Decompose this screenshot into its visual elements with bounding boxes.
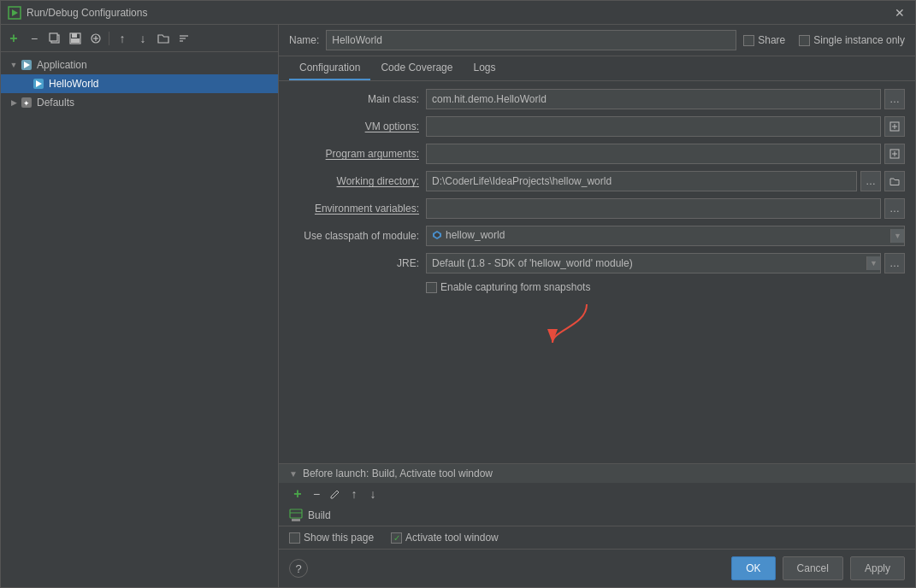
classpath-value: hellow_world xyxy=(446,229,505,241)
copy-config-button[interactable] xyxy=(45,29,64,48)
footer-right: OK Cancel Apply xyxy=(731,556,905,580)
single-instance-label: Single instance only xyxy=(813,34,905,46)
vm-options-input-wrap xyxy=(426,116,905,137)
launch-add-button[interactable]: + xyxy=(289,485,306,503)
single-instance-checkbox-label[interactable]: Single instance only xyxy=(799,34,905,46)
jre-browse-button[interactable]: … xyxy=(884,253,905,273)
name-row: Name: Share Single instance only xyxy=(279,25,915,56)
share-checkbox-label[interactable]: Share xyxy=(743,34,785,46)
launch-up-button[interactable]: ↑ xyxy=(346,485,363,503)
footer-left: ? xyxy=(289,559,308,578)
title-bar: Run/Debug Configurations ✕ xyxy=(1,1,915,25)
program-args-row: Program arguments: xyxy=(289,143,905,165)
svg-rect-6 xyxy=(71,38,80,43)
move-down-button[interactable]: ↓ xyxy=(133,29,152,48)
sort-button[interactable] xyxy=(174,29,193,48)
name-input[interactable] xyxy=(326,30,736,50)
working-dir-row: Working directory: … xyxy=(289,170,905,192)
show-page-checkbox-label[interactable]: Show this page xyxy=(289,532,374,544)
config-tree: ▼ Application xyxy=(1,52,278,587)
main-class-input[interactable] xyxy=(426,89,881,109)
vm-options-row: VM options: xyxy=(289,115,905,138)
build-icon xyxy=(289,509,303,522)
move-up-button[interactable]: ↑ xyxy=(113,29,132,48)
footer: ? OK Cancel Apply xyxy=(279,549,915,587)
group-config-button[interactable] xyxy=(86,29,105,48)
ok-button[interactable]: OK xyxy=(731,556,775,580)
launch-down-button[interactable]: ↓ xyxy=(364,485,381,503)
single-instance-checkbox[interactable] xyxy=(799,35,810,46)
bottom-checkboxes: Show this page ✓ Activate tool window xyxy=(279,526,915,549)
tab-logs[interactable]: Logs xyxy=(463,56,505,80)
help-button[interactable]: ? xyxy=(289,559,308,578)
launch-remove-button[interactable]: − xyxy=(308,485,325,503)
share-label: Share xyxy=(758,34,785,46)
defaults-label: Defaults xyxy=(37,97,74,109)
activate-tool-label: Activate tool window xyxy=(405,532,499,544)
env-vars-input[interactable] xyxy=(426,198,881,219)
svg-rect-28 xyxy=(290,509,302,518)
main-window: Run/Debug Configurations ✕ + − xyxy=(0,0,916,588)
program-args-input[interactable] xyxy=(426,144,881,164)
folder-button[interactable] xyxy=(154,29,173,48)
build-list-item: Build xyxy=(279,505,915,526)
svg-marker-1 xyxy=(12,9,18,16)
before-launch-section: ▼ Before launch: Build, Activate tool wi… xyxy=(279,463,915,526)
add-config-button[interactable]: + xyxy=(4,29,23,48)
before-launch-header[interactable]: ▼ Before launch: Build, Activate tool wi… xyxy=(279,464,915,483)
activate-tool-checkbox[interactable]: ✓ xyxy=(391,532,402,544)
sidebar-item-application[interactable]: ▼ Application xyxy=(1,56,278,74)
toolbar-divider xyxy=(109,32,109,45)
close-button[interactable]: ✕ xyxy=(891,4,908,21)
show-page-checkbox[interactable] xyxy=(289,532,300,544)
save-config-button[interactable] xyxy=(66,29,85,48)
working-dir-input[interactable] xyxy=(426,171,857,191)
working-dir-label: Working directory: xyxy=(289,175,426,187)
jre-value: Default (1.8 - SDK of 'hellow_world' mod… xyxy=(432,257,633,269)
enable-snapshots-row: Enable capturing form snapshots xyxy=(289,281,905,293)
main-class-label: Main class: xyxy=(289,93,426,105)
before-launch-toolbar: + − ↑ ↓ xyxy=(279,483,915,505)
window-title: Run/Debug Configurations xyxy=(27,7,891,19)
defaults-arrow: ▶ xyxy=(8,97,20,109)
working-dir-browse-button[interactable]: … xyxy=(860,171,881,191)
tab-configuration[interactable]: Configuration xyxy=(289,56,370,80)
launch-edit-button[interactable] xyxy=(327,485,344,503)
name-label: Name: xyxy=(289,34,319,46)
before-launch-expand-arrow: ▼ xyxy=(289,469,298,479)
jre-dropdown[interactable]: Default (1.8 - SDK of 'hellow_world' mod… xyxy=(426,253,881,273)
sidebar-toolbar: + − xyxy=(1,25,278,52)
build-item-label: Build xyxy=(308,509,331,521)
before-launch-title: Before launch: Build, Activate tool wind… xyxy=(303,467,493,479)
classpath-label: Use classpath of module: xyxy=(289,230,426,242)
expand-arrow: ▼ xyxy=(8,59,20,71)
tab-code-coverage[interactable]: Code Coverage xyxy=(370,56,463,80)
application-group-icon xyxy=(20,58,33,72)
vm-options-input[interactable] xyxy=(426,116,881,137)
svg-rect-5 xyxy=(72,33,77,38)
apply-button[interactable]: Apply xyxy=(850,556,905,580)
enable-snapshots-checkbox[interactable] xyxy=(426,282,437,293)
arrow-area xyxy=(289,300,905,347)
jre-dropdown-arrow: ▼ xyxy=(866,256,880,270)
helloworld-label: HelloWorld xyxy=(49,78,98,90)
window-icon xyxy=(8,6,21,20)
defaults-icon: ✦ xyxy=(20,96,33,109)
program-args-expand-button[interactable] xyxy=(884,144,905,164)
working-dir-folder-button[interactable] xyxy=(884,171,905,191)
classpath-dropdown[interactable]: hellow_world ▼ xyxy=(426,226,905,246)
remove-config-button[interactable]: − xyxy=(25,29,44,48)
main-class-row: Main class: … xyxy=(289,88,905,110)
main-class-browse-button[interactable]: … xyxy=(884,89,905,109)
share-checkbox[interactable] xyxy=(743,35,754,46)
cancel-button[interactable]: Cancel xyxy=(783,556,843,580)
env-vars-browse-button[interactable]: … xyxy=(884,198,905,219)
classpath-input-wrap: hellow_world ▼ xyxy=(426,226,905,246)
config-panel: Main class: … VM options: xyxy=(279,81,915,463)
env-vars-label: Environment variables: xyxy=(289,203,426,215)
sidebar-item-helloworld[interactable]: HelloWorld xyxy=(1,74,278,93)
vm-options-expand-button[interactable] xyxy=(884,116,905,137)
sidebar-item-defaults[interactable]: ▶ ✦ Defaults xyxy=(1,93,278,112)
activate-tool-checkbox-label[interactable]: ✓ Activate tool window xyxy=(391,532,499,544)
enable-snapshots-label[interactable]: Enable capturing form snapshots xyxy=(426,281,590,293)
